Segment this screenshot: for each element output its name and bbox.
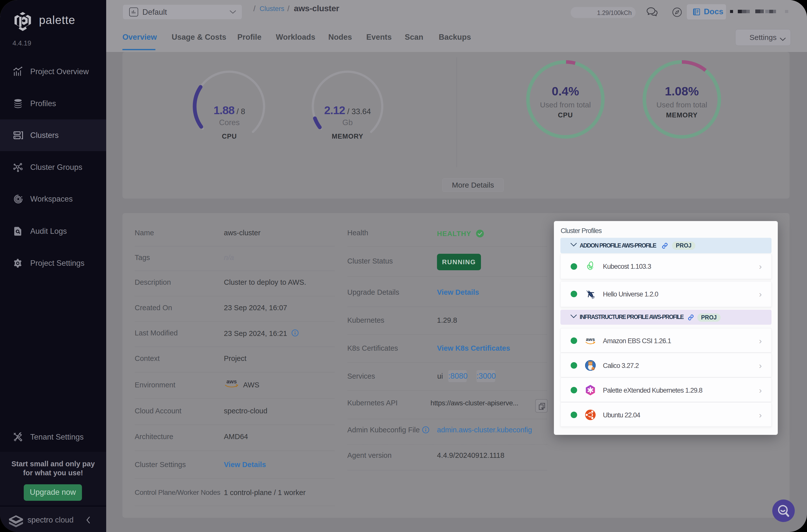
svg-text:aws: aws — [586, 337, 595, 342]
svg-text:aws: aws — [226, 378, 237, 385]
